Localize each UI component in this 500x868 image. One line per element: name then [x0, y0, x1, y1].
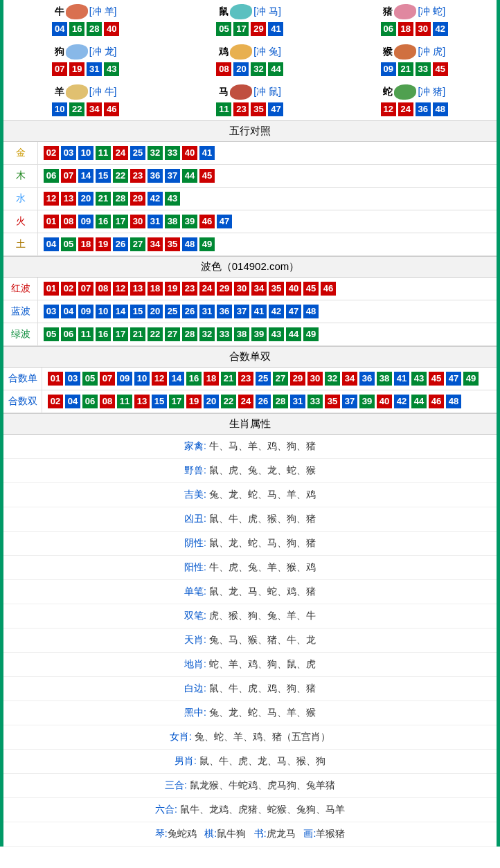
attr-value: 鼠、虎、兔、龙、蛇、猴	[209, 464, 316, 476]
zodiac-conflict: [冲 龙]	[89, 46, 117, 58]
number-ball: 23	[238, 372, 253, 386]
table-row: 合数双0204060811131517192022242628313335373…	[3, 390, 497, 413]
attr-label: 画:	[303, 828, 316, 839]
number-ball: 32	[251, 62, 266, 76]
number-ball: 39	[182, 215, 197, 228]
attr-row: 单笔: 鼠、龙、马、蛇、鸡、猪	[3, 580, 497, 604]
number-ball: 28	[182, 327, 197, 341]
attr-row: 阴性: 鼠、龙、蛇、马、狗、猪	[3, 532, 497, 556]
zodiac-head: 牛[冲 羊]	[8, 4, 163, 19]
number-ball: 28	[273, 395, 288, 408]
number-ball: 01	[44, 215, 59, 228]
number-ball: 18	[398, 22, 413, 36]
number-ball: 46	[321, 282, 336, 296]
number-ball: 43	[411, 372, 427, 386]
number-ball: 23	[233, 102, 249, 116]
zodiac-conflict: [冲 猪]	[418, 86, 445, 98]
number-ball: 26	[113, 237, 128, 251]
attr-label: 女肖:	[170, 731, 192, 742]
shengxiao-header: 生肖属性	[3, 413, 497, 435]
number-ball: 13	[134, 395, 150, 408]
number-ball: 24	[199, 282, 215, 296]
table-row: 合数单0103050709101214161821232527293032343…	[3, 368, 497, 390]
number-ball: 37	[234, 305, 249, 318]
row-content: 0102070812131819232429303435404546	[38, 278, 497, 300]
number-ball: 22	[113, 169, 128, 183]
number-ball: 40	[286, 282, 301, 296]
zodiac-head: 鸡[冲 兔]	[172, 44, 328, 60]
number-ball: 41	[268, 22, 283, 36]
attr-value: 兔、马、猴、猪、牛、龙	[209, 634, 316, 645]
row-content: 1213202128294243	[38, 188, 497, 210]
zodiac-name: 狗	[55, 46, 64, 58]
attr-value: 鼠、牛、虎、猴、狗、猪	[209, 513, 316, 524]
attr-row: 白边: 鼠、牛、虎、鸡、狗、猪	[3, 677, 497, 701]
number-ball: 02	[44, 146, 59, 160]
attr-row: 野兽: 鼠、虎、兔、龙、蛇、猴	[3, 459, 497, 483]
attr-row: 家禽: 牛、马、羊、鸡、狗、猪	[3, 435, 497, 459]
zodiac-conflict: [冲 羊]	[89, 6, 117, 18]
number-ball: 46	[199, 215, 215, 228]
attr-label: 家禽:	[184, 440, 206, 451]
number-ball: 07	[61, 169, 76, 183]
number-ball: 29	[251, 22, 266, 36]
number-ball: 16	[69, 22, 84, 36]
number-ball: 30	[307, 372, 323, 386]
number-ball: 42	[433, 22, 448, 36]
ball-row: 06183042	[337, 22, 492, 36]
attr-label: 双笔:	[184, 610, 206, 621]
number-ball: 08	[100, 395, 115, 408]
number-ball: 17	[113, 215, 128, 228]
number-ball: 12	[113, 282, 128, 296]
attr-value: 兔蛇鸡	[168, 828, 197, 839]
number-ball: 40	[182, 146, 197, 160]
zodiac-head: 蛇[冲 猪]	[337, 84, 492, 100]
ball-row: 0103050709101214161821232527293032343638…	[48, 372, 491, 386]
attr-row: 双笔: 虎、猴、狗、兔、羊、牛	[3, 604, 497, 629]
number-ball: 09	[117, 372, 132, 386]
number-ball: 45	[429, 372, 444, 386]
table-row: 红波0102070812131819232429303435404546	[3, 278, 497, 300]
bose-table: 红波0102070812131819232429303435404546蓝波03…	[3, 278, 497, 346]
zodiac-conflict: [冲 马]	[253, 6, 281, 18]
number-ball: 23	[182, 282, 197, 296]
number-ball: 23	[130, 169, 145, 183]
number-ball: 19	[96, 237, 111, 251]
row-label: 金	[3, 142, 38, 164]
attr-row: 三合: 鼠龙猴、牛蛇鸡、虎马狗、兔羊猪	[3, 774, 497, 798]
ball-row: 11233547	[172, 102, 328, 116]
attr-label: 六合:	[155, 804, 177, 815]
attr-label: 地肖:	[184, 658, 206, 669]
number-ball: 07	[78, 282, 93, 296]
zodiac-name: 牛	[55, 6, 64, 18]
number-ball: 11	[96, 146, 111, 160]
attr-row: 黑中: 兔、龙、蛇、马、羊、猴	[3, 701, 497, 725]
zodiac-icon	[230, 84, 252, 100]
number-ball: 21	[221, 372, 236, 386]
number-ball: 05	[82, 372, 98, 386]
number-ball: 17	[233, 22, 249, 36]
row-label: 红波	[3, 278, 38, 300]
row-label: 木	[3, 165, 38, 187]
number-ball: 21	[130, 327, 145, 341]
zodiac-icon	[394, 84, 416, 100]
number-ball: 18	[204, 372, 219, 386]
attr-value: 鼠牛狗	[217, 828, 246, 839]
attr-label: 黑中:	[184, 707, 206, 718]
row-label: 合数单	[3, 368, 42, 390]
zodiac-name: 鸡	[219, 46, 229, 58]
attr-value: 鼠、牛、虎、龙、马、猴、狗	[199, 755, 325, 766]
table-row: 绿波05061116172122272832333839434449	[3, 323, 497, 346]
main-container: 牛[冲 羊]04162840鼠[冲 马]05172941猪[冲 蛇]061830…	[0, 0, 500, 847]
attr-value: 蛇、羊、鸡、狗、鼠、虎	[209, 658, 316, 669]
number-ball: 12	[44, 192, 59, 206]
row-label: 蓝波	[3, 300, 38, 323]
attr-label: 琴:	[155, 828, 168, 839]
number-ball: 33	[165, 146, 180, 160]
zodiac-cell: 猪[冲 蛇]06183042	[332, 0, 497, 40]
number-ball: 32	[325, 372, 340, 386]
number-ball: 42	[148, 192, 163, 206]
table-row: 蓝波03040910141520252631363741424748	[3, 300, 497, 323]
number-ball: 18	[148, 282, 163, 296]
ball-row: 12243648	[337, 102, 492, 116]
